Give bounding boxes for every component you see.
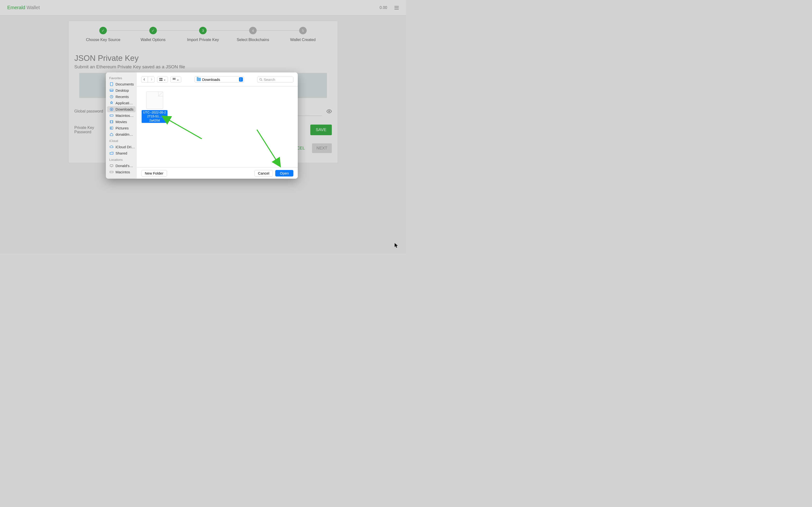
svg-rect-20 [173, 79, 173, 80]
chevron-down-icon: ⌄ [176, 78, 179, 81]
search-icon [259, 78, 262, 81]
svg-rect-1 [110, 82, 113, 86]
sidebar-item-macintos2[interactable]: Macintos [107, 169, 136, 175]
svg-rect-17 [173, 78, 173, 79]
file-open-dialog: Favorites Documents Desktop Recents Appl… [106, 72, 298, 179]
svg-rect-8 [110, 120, 113, 123]
sidebar-section-icloud: iCloud [106, 137, 137, 144]
file-item-selected[interactable]: UTC--2022-05-22T15-51…2a420d [142, 92, 167, 123]
dialog-toolbar: ⌄ ⌄ Downloads ▲▼ Search [137, 72, 298, 87]
svg-rect-9 [110, 127, 113, 129]
group-button[interactable]: ⌄ [170, 76, 181, 82]
location-stepper-icon: ▲▼ [239, 77, 243, 81]
folder-icon [197, 78, 201, 81]
svg-rect-15 [159, 80, 161, 81]
svg-rect-11 [110, 165, 113, 167]
svg-rect-14 [161, 78, 162, 79]
svg-point-7 [110, 115, 111, 116]
svg-rect-22 [175, 79, 175, 80]
sidebar-item-recents[interactable]: Recents [107, 94, 136, 100]
sidebar-item-icloud-drive[interactable]: iCloud Dri… [107, 144, 136, 150]
search-input[interactable]: Search [257, 76, 293, 82]
view-mode-icon-button[interactable]: ⌄ [157, 76, 168, 82]
file-icon [146, 92, 163, 109]
svg-rect-21 [174, 79, 174, 80]
sidebar-item-pictures[interactable]: Pictures [107, 125, 136, 131]
sidebar-item-home[interactable]: donaldm… [107, 131, 136, 137]
nav-back-forward [141, 76, 155, 82]
dialog-open-button[interactable]: Open [275, 170, 293, 176]
sidebar-item-macintosh[interactable]: Macintos… [107, 113, 136, 119]
dialog-footer: New Folder Cancel Open [137, 167, 298, 179]
svg-rect-19 [175, 78, 175, 79]
location-text: Downloads [202, 77, 238, 81]
sidebar-item-movies[interactable]: Movies [107, 119, 136, 125]
sidebar-item-donalds[interactable]: Donald's… [107, 163, 136, 169]
svg-rect-12 [110, 171, 113, 173]
file-name: UTC--2022-05-22T15-51…2a420d [142, 110, 167, 123]
svg-rect-13 [159, 78, 161, 79]
back-button[interactable] [141, 77, 148, 82]
sidebar-item-shared[interactable]: Shared [107, 150, 136, 156]
chevron-down-icon: ⌄ [163, 78, 166, 81]
sidebar-section-favorites: Favorites [106, 75, 137, 81]
svg-rect-3 [110, 91, 113, 91]
svg-rect-18 [174, 78, 174, 79]
forward-button[interactable] [148, 77, 154, 82]
new-folder-button[interactable]: New Folder [141, 170, 167, 176]
dialog-cancel-button[interactable]: Cancel [254, 170, 273, 176]
file-list: UTC--2022-05-22T15-51…2a420d [137, 87, 298, 167]
svg-point-23 [260, 78, 262, 80]
sidebar-item-documents[interactable]: Documents [107, 81, 136, 87]
sidebar-item-downloads[interactable]: Downloads [107, 106, 136, 112]
location-dropdown[interactable]: Downloads ▲▼ [195, 76, 244, 82]
sidebar-item-applications[interactable]: Applicati… [107, 100, 136, 106]
dialog-sidebar: Favorites Documents Desktop Recents Appl… [106, 72, 137, 179]
search-placeholder: Search [264, 77, 275, 81]
sidebar-item-desktop[interactable]: Desktop [107, 88, 136, 94]
svg-rect-16 [161, 80, 162, 81]
svg-rect-6 [110, 115, 113, 116]
sidebar-section-locations: Locations [106, 157, 137, 163]
